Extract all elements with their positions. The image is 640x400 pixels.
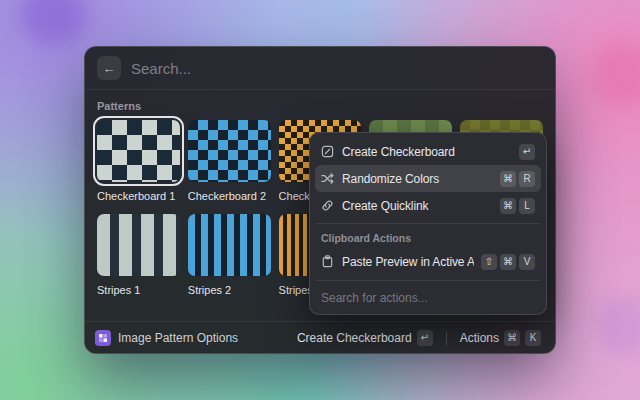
pattern-preview-checkerboard-2 — [188, 120, 271, 182]
extension-icon — [95, 330, 111, 346]
background-blob-purple — [22, 0, 86, 44]
pattern-item-checkerboard-2[interactable]: Checkerboard 2 — [188, 120, 271, 202]
footer-actions: Create Checkerboard ↵ Actions ⌘ K — [293, 327, 545, 349]
background-blob-pink — [594, 42, 640, 108]
actions-search-input[interactable] — [321, 291, 535, 305]
footer-extension: Image Pattern Options — [95, 330, 238, 346]
actions-search-row — [315, 280, 541, 309]
menu-item-create-quicklink[interactable]: Create Quicklink ⌘ L — [315, 192, 541, 219]
compose-icon — [321, 145, 335, 159]
menu-item-label: Paste Preview in Active App — [342, 255, 474, 269]
key-cmd: ⌘ — [500, 198, 516, 214]
menu-section-clipboard-actions: Clipboard Actions — [315, 223, 541, 248]
pattern-label: Checkerboard 1 — [97, 190, 180, 202]
key-v: V — [519, 254, 535, 270]
back-button[interactable]: ← — [97, 56, 121, 80]
footer-divider — [446, 331, 447, 345]
menu-item-shortcut: ⌘ L — [500, 198, 535, 214]
pattern-label: Stripes 1 — [97, 284, 180, 296]
menu-item-label: Create Quicklink — [342, 199, 493, 213]
clipboard-icon — [321, 255, 335, 269]
menu-item-shortcut: ⌘ R — [500, 171, 535, 187]
key-k: K — [525, 330, 541, 346]
footer-extension-label: Image Pattern Options — [118, 331, 238, 345]
menu-item-create-checkerboard[interactable]: Create Checkerboard ↵ — [315, 138, 541, 165]
actions-button-label: Actions — [460, 331, 499, 345]
pattern-preview-stripes-1 — [97, 214, 180, 276]
pattern-item-stripes-2[interactable]: Stripes 2 — [188, 214, 271, 296]
key-shift: ⇧ — [481, 254, 497, 270]
key-return: ↵ — [519, 144, 535, 160]
section-label-patterns: Patterns — [97, 100, 543, 112]
key-cmd: ⌘ — [504, 330, 520, 346]
primary-action-label: Create Checkerboard — [297, 331, 412, 345]
pattern-item-checkerboard-1[interactable]: Checkerboard 1 — [97, 120, 180, 202]
key-cmd: ⌘ — [500, 254, 516, 270]
pattern-label: Stripes 2 — [188, 284, 271, 296]
pattern-preview-stripes-2 — [188, 214, 271, 276]
actions-button[interactable]: Actions ⌘ K — [456, 327, 545, 349]
key-cmd: ⌘ — [500, 171, 516, 187]
actions-menu: Create Checkerboard ↵ Randomize Colors ⌘… — [309, 132, 547, 315]
shuffle-icon — [321, 172, 335, 186]
search-input[interactable] — [131, 60, 543, 77]
footer-bar: Image Pattern Options Create Checkerboar… — [85, 321, 555, 353]
menu-item-label: Randomize Colors — [342, 172, 493, 186]
key-l: L — [519, 198, 535, 214]
pattern-preview-checkerboard-1 — [97, 120, 180, 182]
launcher-window: ← Patterns Checkerboard 1 Checkerboard 2… — [84, 46, 556, 354]
primary-action-button[interactable]: Create Checkerboard ↵ — [293, 327, 437, 349]
menu-item-paste-preview[interactable]: Paste Preview in Active App ⇧ ⌘ V — [315, 248, 541, 275]
pattern-label: Checkerboard 2 — [188, 190, 271, 202]
menu-item-shortcut: ↵ — [519, 144, 535, 160]
key-r: R — [519, 171, 535, 187]
menu-item-label: Create Checkerboard — [342, 145, 512, 159]
background-blob-magenta — [596, 296, 640, 356]
menu-item-randomize-colors[interactable]: Randomize Colors ⌘ R — [315, 165, 541, 192]
link-icon — [321, 199, 335, 213]
search-header: ← — [85, 47, 555, 89]
menu-item-shortcut: ⇧ ⌘ V — [481, 254, 535, 270]
pattern-item-stripes-1[interactable]: Stripes 1 — [97, 214, 180, 296]
key-return: ↵ — [417, 330, 433, 346]
